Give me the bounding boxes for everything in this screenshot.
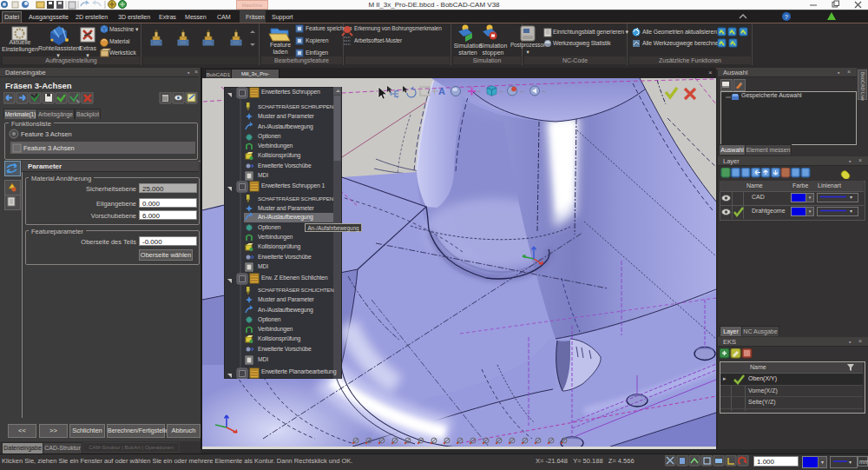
svg-text:?: ? xyxy=(785,14,788,20)
svg-text:A: A xyxy=(438,86,445,96)
svg-text:▾: ▾ xyxy=(850,195,852,200)
svg-text:▾: ▾ xyxy=(850,209,852,214)
svg-text:▾: ▾ xyxy=(849,460,852,465)
